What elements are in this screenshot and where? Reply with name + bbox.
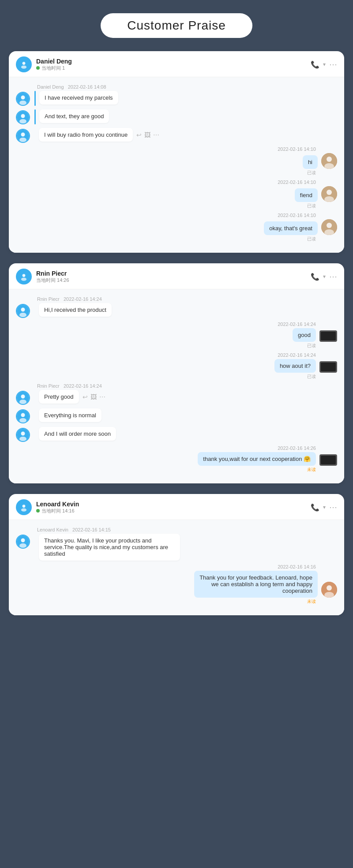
svg-point-41 (19, 543, 26, 548)
msg-right-bubble: hi (303, 155, 318, 169)
msg-right-row: Thank you for your feedback. Lenoard, ho… (16, 571, 337, 598)
header-avatar (16, 499, 32, 515)
online-dot (36, 509, 40, 513)
svg-point-1 (23, 62, 26, 65)
msg-right-bubble: good (293, 328, 316, 342)
svg-point-5 (19, 101, 26, 105)
msg-group-left: Everything is normal (16, 408, 337, 423)
msg-right-row: fiend (16, 186, 337, 202)
svg-point-40 (21, 539, 25, 542)
header-info: Rnin Piecr 当地时间 14:26 (36, 270, 311, 284)
svg-point-28 (21, 395, 25, 399)
more-icon[interactable]: ⋯ (329, 272, 337, 281)
svg-point-7 (21, 114, 25, 118)
more-action-icon[interactable]: ⋯ (153, 131, 159, 138)
svg-point-19 (327, 223, 332, 228)
msg-right-meta: 2022-02-16 14:24 (16, 322, 316, 327)
chat-body: Rnin Piecr 2022-02-16 14:24 Hi,I receive… (9, 289, 344, 483)
msg-row: I have received my parcels (16, 91, 337, 106)
msg-group-left: And text, they are good (16, 109, 337, 124)
svg-point-38 (21, 508, 26, 511)
msg-right-meta: 2022-02-16 14:26 (16, 445, 316, 451)
chat-header: Lenoard Kevin 当地时间 14:16 📞 ▾ ⋯ (9, 494, 344, 520)
msg-right-bubble: fiend (295, 188, 318, 202)
msg-right-bubble: okay, that's great (264, 221, 318, 235)
msg-actions[interactable]: ↩ 🖼 ⋯ (136, 131, 159, 138)
svg-point-16 (327, 190, 332, 195)
msg-right-row: good (16, 328, 337, 342)
header-actions[interactable]: 📞 ▾ ⋯ (311, 502, 337, 512)
msg-group-left: Daniel Deng 2022-02-16 14:08 I have rece… (16, 84, 337, 106)
msg-group-right: 2022-02-16 14:10 hi 已读 (16, 146, 337, 176)
right-avatar (319, 329, 337, 342)
msg-actions[interactable]: ↩ 🖼 ⋯ (83, 393, 105, 400)
svg-point-43 (327, 585, 332, 591)
reply-icon[interactable]: ↩ (136, 131, 142, 138)
header-actions[interactable]: 📞 ▾ ⋯ (311, 60, 337, 69)
chat-header: Rnin Piecr 当地时间 14:26 📞 ▾ ⋯ (9, 263, 344, 289)
msg-read-status: 已读 (16, 374, 316, 380)
header-info: Lenoard Kevin 当地时间 14:16 (36, 501, 311, 514)
chevron-down-icon[interactable]: ▾ (323, 504, 326, 510)
svg-point-4 (21, 96, 25, 100)
msg-right-row: how aout it? (16, 359, 337, 373)
msg-row: And I will order more soon (16, 427, 337, 442)
msg-bubble: And I will order more soon (39, 427, 116, 441)
svg-point-13 (327, 157, 332, 162)
cards-container: Daniel Deng 当地时间 1 📞 ▾ ⋯ Daniel Deng 202… (9, 51, 344, 615)
page-title-wrap: Customer Praise (9, 13, 344, 38)
chat-card-card3: Lenoard Kevin 当地时间 14:16 📞 ▾ ⋯ Lenoard K… (9, 494, 344, 615)
msg-right-row: okay, that's great (16, 219, 337, 235)
msg-read-status: 已读 (16, 170, 316, 176)
msg-row: Hi,I received the product (16, 303, 337, 318)
msg-right-row: hi (16, 153, 337, 169)
more-icon[interactable]: ⋯ (329, 60, 337, 69)
msg-read-status: 未读 (16, 599, 316, 605)
msg-group-right: 2022-02-16 14:10 okay, that's great 已读 (16, 213, 337, 242)
phone-icon[interactable]: 📞 (311, 503, 319, 512)
msg-bubble: Pretty good (39, 390, 79, 404)
image-icon[interactable]: 🖼 (144, 131, 150, 138)
msg-bubble: And text, they are good (39, 109, 109, 123)
right-avatar (321, 186, 337, 202)
more-action-icon[interactable]: ⋯ (99, 393, 105, 400)
reply-icon[interactable]: ↩ (83, 393, 88, 400)
msg-meta: Rnin Piecr 2022-02-16 14:24 (37, 296, 337, 302)
svg-point-8 (19, 119, 26, 123)
msg-read-status: 已读 (16, 236, 316, 242)
page-title: Customer Praise (101, 13, 252, 38)
header-avatar (16, 56, 32, 72)
msg-right-row: thank you,wait for our next cooperation … (16, 452, 337, 466)
header-sub: 当地时间 14:16 (36, 508, 311, 514)
svg-point-31 (21, 413, 25, 417)
chat-body: Lenoard Kevin 2022-02-16 14:15 Thanks yo… (9, 520, 344, 615)
header-avatar (16, 269, 32, 284)
msg-right-bubble: how aout it? (274, 359, 316, 373)
header-name: Lenoard Kevin (36, 501, 311, 508)
header-name: Rnin Piecr (36, 270, 311, 277)
more-icon[interactable]: ⋯ (329, 502, 337, 512)
svg-point-37 (23, 505, 26, 508)
svg-point-25 (21, 308, 25, 312)
msg-separator (34, 91, 36, 106)
msg-row: Pretty good ↩ 🖼 ⋯ (16, 390, 337, 405)
header-sub: 当地时间 14:26 (36, 277, 311, 284)
header-info: Daniel Deng 当地时间 1 (36, 58, 311, 71)
msg-bubble: Thanks you. Mavi, I like your products a… (39, 534, 180, 561)
msg-read-status: 已读 (16, 203, 316, 209)
msg-right-meta: 2022-02-16 14:24 (16, 352, 316, 358)
image-icon[interactable]: 🖼 (90, 393, 97, 400)
msg-row: And text, they are good (16, 109, 337, 124)
svg-point-22 (23, 274, 26, 277)
svg-point-2 (21, 65, 26, 68)
right-avatar (319, 453, 337, 466)
header-actions[interactable]: 📞 ▾ ⋯ (311, 272, 337, 281)
phone-icon[interactable]: 📞 (311, 60, 319, 69)
msg-meta: Daniel Deng 2022-02-16 14:08 (37, 84, 337, 90)
msg-bubble: I have received my parcels (39, 91, 118, 105)
chat-body: Daniel Deng 2022-02-16 14:08 I have rece… (9, 77, 344, 253)
phone-icon[interactable]: 📞 (311, 273, 319, 281)
chevron-down-icon[interactable]: ▾ (323, 61, 326, 67)
msg-meta: Lenoard Kevin 2022-02-16 14:15 (37, 527, 337, 532)
chevron-down-icon[interactable]: ▾ (323, 273, 326, 280)
